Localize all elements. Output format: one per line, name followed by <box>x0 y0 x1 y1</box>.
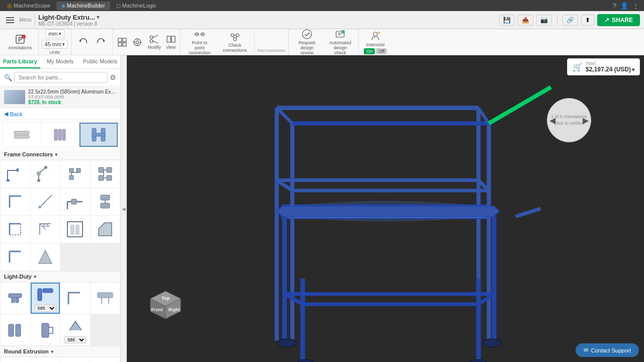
cart-currency-arrow[interactable]: ▾ <box>632 67 634 72</box>
share-icon-button[interactable]: 🔗 <box>562 15 578 26</box>
orient-prev-button[interactable]: ◀ <box>549 116 555 125</box>
svg-line-33 <box>235 36 237 38</box>
frame-connectors-header[interactable]: Frame Connectors ▾ <box>0 149 120 160</box>
back-link[interactable]: ◀ Back <box>0 108 120 120</box>
round-extrusion-header[interactable]: Round Extrusion ▾ <box>0 346 120 357</box>
light-duty-header[interactable]: Light-Duty ▾ <box>0 271 120 282</box>
fc-item-10[interactable] <box>31 216 60 243</box>
tab-machinebuilder[interactable]: ◈ MachineBuilder <box>56 2 110 10</box>
light-duty-grid: 585 <box>0 282 120 346</box>
ld-item-2[interactable]: 585 <box>31 283 60 314</box>
title-dropdown-arrow[interactable]: ▾ <box>97 14 100 21</box>
hamburger-menu[interactable] <box>4 15 16 25</box>
fc-item-14[interactable] <box>31 243 60 270</box>
category-item-3[interactable] <box>79 123 118 147</box>
export-button[interactable]: 📤 <box>518 15 533 26</box>
cart-widget[interactable]: 🛒 Total: $2,197.24 (USD) ▾ <box>567 58 640 75</box>
ld-item-3[interactable] <box>60 283 90 314</box>
menu-icon-top[interactable]: ⋮ <box>632 2 639 10</box>
save-button[interactable]: 💾 <box>499 15 515 26</box>
ld-item-2-dropdown[interactable]: 585 <box>34 305 56 312</box>
orient-next-button[interactable]: ▶ <box>583 116 589 125</box>
toggle-on[interactable]: On <box>364 48 375 54</box>
round-extrusion-section: Round Extrusion ▾ <box>0 346 120 362</box>
point-to-point-button[interactable]: Point to point connection <box>184 27 216 57</box>
request-design-button[interactable]: Request design review <box>292 27 322 57</box>
svg-point-121 <box>296 359 314 362</box>
ld-item-1[interactable] <box>1 283 30 314</box>
fc-item-7[interactable] <box>60 188 90 215</box>
re-item-3[interactable] <box>60 357 90 362</box>
account-icon[interactable]: 👤 <box>620 2 628 10</box>
units-dropdown[interactable]: mm ▾ <box>45 29 64 38</box>
fc-item-9[interactable] <box>1 216 30 243</box>
instructor-widget: Instructor On Off <box>364 30 387 54</box>
tab-public-models[interactable]: Public Models <box>80 55 120 68</box>
upload-button[interactable]: ⬆ <box>581 15 594 26</box>
svg-text:Right: Right <box>169 307 180 312</box>
toolbar-group-partconnection: Point to point connection Check connecti… <box>181 29 289 55</box>
check-connections-button[interactable]: Check connections <box>219 30 251 54</box>
fc-item-5[interactable] <box>1 188 30 215</box>
fc-item-8[interactable] <box>91 188 120 215</box>
ld-item-4[interactable] <box>91 283 120 314</box>
svg-line-32 <box>233 36 234 38</box>
fc-item-2[interactable] <box>31 160 60 188</box>
back-arrow-icon: ◀ <box>4 111 8 117</box>
redo-button[interactable] <box>93 35 110 50</box>
orientation-text: 1 of 5 orientations Click to confirm <box>551 114 587 126</box>
units-value: mm <box>48 31 57 37</box>
ld-item-5[interactable] <box>1 314 30 345</box>
search-input[interactable] <box>14 72 108 83</box>
tab-machinescope[interactable]: ◎ MachineScope <box>2 2 55 10</box>
svg-rect-82 <box>98 293 113 298</box>
undo-button[interactable] <box>74 35 92 50</box>
filter-button[interactable]: ⚙ <box>110 73 116 81</box>
svg-point-51 <box>44 166 47 169</box>
ld-item-6[interactable] <box>31 314 60 345</box>
fc-item-6[interactable] <box>31 188 60 215</box>
view-grid-icon <box>117 37 127 47</box>
re-item-1[interactable] <box>1 357 30 362</box>
nav-cube[interactable]: Top Front Right <box>148 289 183 324</box>
automated-check-button[interactable]: Automated design check <box>325 27 355 57</box>
fc-item-4[interactable] <box>91 160 120 188</box>
tab-parts-library[interactable]: Parts Library <box>0 55 40 68</box>
ld-item-7[interactable]: 585 <box>60 314 90 345</box>
category-item-2[interactable] <box>41 123 79 147</box>
fc-item-1[interactable] <box>1 160 30 188</box>
part-connection-section-label: Part connection <box>258 48 286 55</box>
contact-support-button[interactable]: ✉ Contact Support <box>576 343 639 357</box>
annotations-button[interactable]: ! Annotations <box>5 32 35 52</box>
view-toggle-button[interactable]: View <box>164 33 178 51</box>
fc-item-3[interactable] <box>60 160 90 188</box>
re-item-4[interactable]: 585 <box>91 357 120 362</box>
nav-cube-svg: Top Front Right <box>148 289 183 324</box>
fc-item-13[interactable] <box>1 243 30 270</box>
svg-line-19 <box>152 41 158 43</box>
sidebar-collapse-handle[interactable]: ◀ <box>121 55 127 362</box>
camera-button[interactable]: 📷 <box>536 15 552 26</box>
title-bar: Menu Light-Duty Extru... ▾ ME-OT-163604 … <box>0 11 644 29</box>
ld-item-7-dropdown[interactable]: 585 <box>64 336 86 343</box>
tab-machinelogic[interactable]: ◻ MachineLogic <box>111 2 162 10</box>
view-select-button[interactable] <box>130 36 144 49</box>
modify-cut-button[interactable]: Modify <box>145 33 163 51</box>
svg-line-125 <box>489 87 551 123</box>
toggle-off[interactable]: Off <box>376 48 387 54</box>
toolbar-group-instructor: Instructor On Off <box>359 29 392 55</box>
view-grid-button[interactable] <box>115 36 129 49</box>
fc-item-12[interactable] <box>91 216 120 243</box>
re-item-2[interactable] <box>31 357 60 362</box>
help-icon[interactable]: ? <box>613 2 616 10</box>
category-thumb-2 <box>50 126 69 143</box>
toolbar-group-designvalidation: Request design review Automated design c… <box>289 29 359 55</box>
units-sub-dropdown[interactable]: 45 mm ▾ <box>42 40 68 49</box>
share-button[interactable]: ↗ SHARE <box>597 14 640 26</box>
fc-item-11[interactable] <box>60 216 90 243</box>
category-item-1[interactable] <box>3 123 41 147</box>
toolbar-group-view: Modify View <box>113 29 181 55</box>
tab-my-models[interactable]: My Models <box>40 55 80 68</box>
svg-rect-78 <box>12 298 15 303</box>
frame-connectors-section: Frame Connectors ▾ <box>0 149 120 271</box>
